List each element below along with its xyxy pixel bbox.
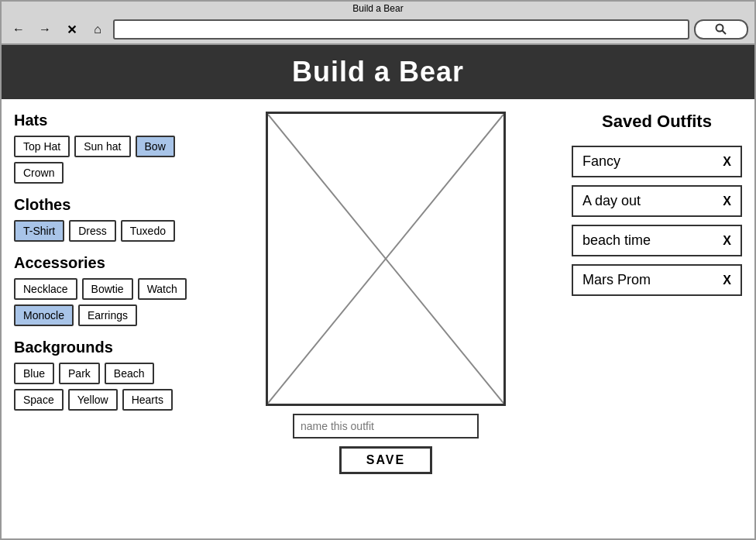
outfit-name-input[interactable] [293, 414, 479, 439]
right-panel: Saved Outfits Fancy X A day out X beach … [572, 112, 742, 526]
bg-hearts[interactable]: Hearts [122, 389, 173, 411]
saved-outfit-fancy-label: Fancy [582, 153, 620, 170]
saved-outfit-a-day-out[interactable]: A day out X [572, 185, 742, 217]
hat-sun-hat[interactable]: Sun hat [74, 136, 130, 157]
clothes-dress[interactable]: Dress [69, 220, 116, 242]
accessories-section: Accessories Necklace Bowtie Watch Monocl… [14, 254, 200, 326]
browser-window: Build a Bear ← → ✕ ⌂ Build a Bear Hats [0, 0, 756, 540]
saved-outfit-mars-prom[interactable]: Mars Prom X [572, 264, 742, 296]
backgrounds-options: Blue Park Beach Space Yellow Hearts [14, 363, 200, 411]
hats-section: Hats Top Hat Sun hat Bow Crown [14, 112, 200, 184]
search-icon [715, 23, 727, 36]
hats-label: Hats [14, 112, 200, 129]
clothes-tshirt[interactable]: T-Shirt [14, 220, 64, 242]
saved-outfits-title: Saved Outfits [572, 112, 742, 132]
app-title: Build a Bear [292, 56, 464, 88]
acc-necklace[interactable]: Necklace [14, 278, 77, 300]
search-button[interactable] [694, 19, 748, 40]
svg-point-0 [716, 25, 723, 32]
back-button[interactable]: ← [8, 19, 29, 40]
main-layout: Hats Top Hat Sun hat Bow Crown Clothes T… [2, 99, 754, 538]
bear-canvas [266, 112, 506, 406]
backgrounds-section: Backgrounds Blue Park Beach Space Yellow… [14, 339, 200, 411]
stop-button[interactable]: ✕ [60, 19, 82, 40]
title-bar: Build a Bear [2, 2, 754, 15]
home-button[interactable]: ⌂ [87, 19, 108, 40]
svg-line-1 [723, 31, 727, 35]
page-title: Build a Bear [352, 3, 403, 14]
save-button[interactable]: SAVE [339, 446, 432, 474]
clothes-tuxedo[interactable]: Tuxedo [121, 220, 175, 242]
clothes-label: Clothes [14, 196, 200, 214]
hats-options: Top Hat Sun hat Bow Crown [14, 136, 200, 184]
clothes-section: Clothes T-Shirt Dress Tuxedo [14, 196, 200, 242]
bg-space[interactable]: Space [14, 389, 64, 411]
saved-outfit-adayout-label: A day out [582, 193, 641, 209]
hat-top-hat[interactable]: Top Hat [14, 136, 70, 157]
delete-marsprom-button[interactable]: X [723, 273, 731, 287]
saved-outfit-beach-time[interactable]: beach time X [572, 225, 742, 256]
delete-beachtime-button[interactable]: X [723, 234, 731, 248]
clothes-options: T-Shirt Dress Tuxedo [14, 220, 200, 242]
bg-yellow[interactable]: Yellow [68, 389, 118, 411]
forward-button[interactable]: → [34, 19, 56, 40]
page-content: Build a Bear Hats Top Hat Sun hat Bow Cr… [2, 45, 754, 538]
acc-earrings[interactable]: Earrings [78, 304, 137, 326]
delete-fancy-button[interactable]: X [723, 155, 731, 169]
bg-blue[interactable]: Blue [14, 363, 54, 384]
saved-outfit-fancy[interactable]: Fancy X [572, 146, 742, 177]
acc-watch[interactable]: Watch [138, 278, 187, 300]
acc-bowtie[interactable]: Bowtie [82, 278, 133, 300]
url-input[interactable] [113, 19, 689, 40]
page-header: Build a Bear [2, 45, 754, 99]
nav-bar: ← → ✕ ⌂ [2, 15, 754, 45]
saved-outfit-marsprom-label: Mars Prom [582, 272, 651, 288]
saved-outfit-beachtime-label: beach time [582, 232, 651, 249]
accessories-label: Accessories [14, 254, 200, 272]
delete-adayout-button[interactable]: X [723, 194, 731, 208]
acc-monocle[interactable]: Monocle [14, 304, 74, 326]
hat-crown[interactable]: Crown [14, 162, 64, 184]
left-panel: Hats Top Hat Sun hat Bow Crown Clothes T… [14, 112, 200, 526]
bg-park[interactable]: Park [59, 363, 100, 384]
center-panel: SAVE [212, 112, 559, 526]
hat-bow[interactable]: Bow [136, 136, 175, 157]
backgrounds-label: Backgrounds [14, 339, 200, 356]
bear-preview-svg [268, 114, 503, 404]
bg-beach[interactable]: Beach [105, 363, 154, 384]
accessories-options: Necklace Bowtie Watch Monocle Earrings [14, 278, 200, 326]
